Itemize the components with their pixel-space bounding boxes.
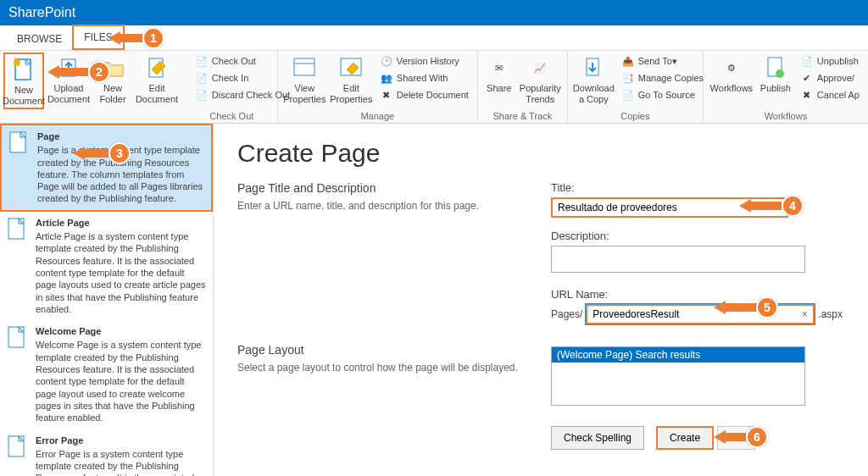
share-icon: ✉ [486, 54, 513, 81]
svg-rect-5 [294, 58, 314, 75]
callout-arrow-icon [714, 430, 726, 444]
edit-properties-button[interactable]: Edit Properties [328, 53, 375, 106]
callout-arrow-body [120, 34, 142, 42]
url-name-input-wrap: × [586, 304, 815, 324]
source-icon: 📄 [621, 88, 635, 102]
download-copy-button[interactable]: Download a Copy [571, 53, 616, 106]
url-prefix: Pages/ [551, 308, 582, 320]
cancel-approval-icon: ✖ [800, 88, 814, 102]
callout-arrow-icon [714, 301, 726, 314]
suite-bar: SharePoint [0, 0, 868, 25]
callout-badge-6: 6 [746, 426, 768, 448]
discard-icon: 📄 [195, 88, 209, 102]
edit-properties-icon [337, 54, 364, 81]
svg-point-10 [776, 69, 784, 78]
dropdown-item-welcome-page[interactable]: Welcome Page Welcome Page is a system co… [0, 320, 213, 429]
page-heading: Create Page [237, 139, 844, 168]
edit-icon [143, 54, 170, 81]
body-area: Page Page is a system content type templ… [0, 124, 868, 476]
edit-document-button[interactable]: Edit Document [132, 53, 181, 106]
download-icon [580, 54, 607, 81]
discard-check-out-button[interactable]: 📄Discard Check Out [193, 86, 292, 103]
group-label-copies: Copies [571, 110, 699, 123]
dropdown-item-page[interactable]: Page Page is a system content type templ… [0, 124, 213, 212]
group-label-manage: Manage [281, 110, 474, 123]
callout-badge-1: 1 [142, 27, 164, 49]
approve-icon: ✔ [800, 71, 814, 85]
view-properties-icon [291, 54, 318, 81]
check-in-button[interactable]: 📄Check In [193, 69, 292, 86]
title-label: Title: [551, 181, 844, 194]
page-icon [5, 217, 29, 246]
page-icon [7, 130, 31, 159]
unpublish-icon: 📄 [800, 54, 814, 68]
section-page-layout: Page Layout [237, 343, 551, 357]
new-document-icon [10, 56, 37, 83]
tab-browse[interactable]: BROWSE [7, 28, 72, 50]
new-document-button[interactable]: New Document [3, 53, 44, 109]
clear-icon[interactable]: × [796, 308, 813, 320]
publish-button[interactable]: Publish [756, 53, 795, 96]
ribbon-tab-row: BROWSE FILES 1 [0, 25, 868, 51]
history-icon: 🕑 [380, 54, 393, 68]
page-icon [5, 325, 29, 354]
layout-option-selected[interactable]: (Welcome Page) Search results [552, 347, 804, 363]
workflows-button[interactable]: ⚙ Workflows [707, 53, 756, 96]
callout-badge-4: 4 [782, 195, 804, 217]
go-to-source-button[interactable]: 📄Go To Source [620, 86, 705, 103]
group-label-workflows: Workflows [707, 110, 865, 123]
brand-label: SharePoint [8, 5, 75, 20]
create-button[interactable]: Create [656, 426, 714, 450]
callout-arrow-icon [47, 65, 59, 79]
callout-badge-5: 5 [756, 296, 778, 318]
check-in-icon: 📄 [195, 71, 209, 85]
section-title-help: Enter a URL name, title, and description… [237, 200, 551, 212]
ribbon: New Document Upload Document New Folder … [0, 51, 868, 124]
callout-badge-3: 3 [108, 142, 131, 164]
url-suffix: .aspx [818, 308, 843, 320]
check-spelling-button[interactable]: Check Spelling [551, 426, 644, 450]
copies-icon: 📑 [621, 71, 635, 85]
url-name-label: URL Name: [551, 288, 844, 301]
dropdown-item-error-page[interactable]: Error Page Error Page is a system conten… [0, 429, 213, 476]
workflows-icon: ⚙ [718, 54, 745, 81]
group-label-share-track: Share & Track [481, 110, 564, 123]
send-to-button[interactable]: 📤Send To ▾ [620, 53, 705, 69]
shared-icon: 👥 [380, 71, 393, 85]
publish-icon [762, 54, 789, 81]
new-document-label: New Document [3, 85, 45, 106]
shared-with-button[interactable]: 👥Shared With [378, 69, 470, 86]
callout-arrow-icon [739, 199, 751, 213]
manage-copies-button[interactable]: 📑Manage Copies [620, 69, 705, 86]
svg-point-2 [14, 59, 20, 66]
cancel-approval-button[interactable]: ✖Cancel Ap [798, 86, 861, 103]
callout-arrow-icon [73, 147, 85, 160]
view-properties-button[interactable]: View Properties [281, 53, 328, 106]
callout-badge-2: 2 [88, 61, 110, 83]
approve-button[interactable]: ✔Approve/ [798, 69, 861, 86]
check-out-icon: 📄 [195, 54, 209, 68]
group-label-checkout: Check Out [190, 110, 274, 123]
check-out-button[interactable]: 📄Check Out [193, 53, 292, 69]
new-document-dropdown: Page Page is a system content type templ… [0, 124, 214, 476]
unpublish-button[interactable]: 📄Unpublish [798, 53, 861, 69]
callout-arrow-icon [108, 31, 120, 45]
delete-icon: ✖ [380, 88, 393, 102]
dropdown-item-article-page[interactable]: Article Page Article Page is a system co… [0, 212, 213, 320]
trends-icon: 📈 [526, 54, 554, 81]
description-label: Description: [551, 230, 844, 242]
description-input[interactable] [551, 246, 805, 273]
create-page-form: Create Page Page Title and Description E… [214, 124, 868, 476]
section-title-desc: Page Title and Description [237, 181, 551, 195]
delete-document-button[interactable]: ✖Delete Document [378, 86, 470, 103]
page-icon [5, 434, 29, 463]
version-history-button[interactable]: 🕑Version History [378, 53, 470, 69]
page-layout-listbox[interactable]: (Welcome Page) Search results [551, 346, 805, 406]
send-to-icon: 📤 [621, 54, 635, 68]
section-page-layout-help: Select a page layout to control how the … [237, 362, 551, 374]
share-button[interactable]: ✉ Share [481, 53, 517, 96]
popularity-trends-button[interactable]: 📈 Popularity Trends [517, 53, 564, 106]
